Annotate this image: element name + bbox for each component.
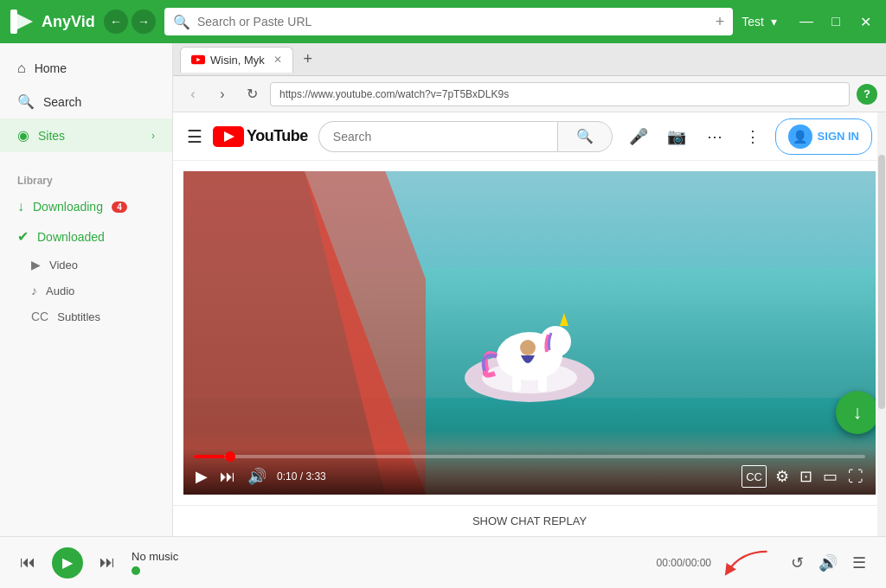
youtube-tab-icon [191,53,205,67]
search-input[interactable] [197,15,709,29]
yt-sign-in-button[interactable]: 👤 SIGN IN [775,118,872,155]
search-icon: 🔍 [17,93,35,110]
player-queue-button[interactable]: ☰ [846,550,872,576]
yt-camera-button[interactable]: 📷 [661,121,692,152]
sidebar-home-label: Home [35,61,67,75]
user-name: Test [742,15,764,29]
download-fab-button[interactable]: ↓ [836,391,876,434]
total-time: 3:33 [305,470,325,483]
show-chat-label: SHOW CHAT REPLAY [472,514,587,527]
player-info: No music [132,550,646,575]
minimize-button[interactable]: — [794,10,819,34]
back-button[interactable]: ← [104,10,128,34]
sidebar-nav: ⌂ Home 🔍 Search ◉ Sites › [0,43,172,161]
progress-fill [194,455,225,458]
progress-bar[interactable] [194,455,865,458]
slide-decoration [183,171,426,495]
downloading-icon: ↓ [17,199,24,214]
next-button[interactable]: ⏭ [218,466,237,488]
player-progress-row [132,566,646,575]
browser-forward-button[interactable]: › [211,83,234,105]
chevron-right-icon: › [151,130,155,142]
yt-logo-icon [213,126,244,147]
url-search-bar[interactable]: 🔍 + [164,8,733,35]
forward-button[interactable]: → [132,10,156,34]
yt-mic-button[interactable]: 🎤 [623,121,654,152]
yt-more-button[interactable]: ⋮ [737,121,768,152]
player-title: No music [132,550,646,563]
audio-icon: ♪ [31,284,37,297]
unicorn-float-icon [452,300,607,404]
svg-marker-10 [560,313,568,326]
yt-header: ☰ YouTube 🔍 🎤 📷 ⋯ ⋮ [173,112,886,161]
sidebar: ⌂ Home 🔍 Search ◉ Sites › Library ↓ Down… [0,43,173,536]
svg-point-9 [540,326,571,357]
app-name: AnyVid [42,13,95,31]
sidebar-item-downloaded[interactable]: ✔ Downloaded [0,221,172,252]
video-controls: ▶ ⏭ 🔊 0:10 / 3:33 CC ⚙ ⊡ ▭ [183,448,876,495]
show-chat-bar[interactable]: SHOW CHAT REPLAY [173,505,886,536]
player-prev-button[interactable]: ⏮ [14,549,42,577]
svg-rect-12 [538,376,547,392]
sidebar-item-audio[interactable]: ♪ Audio [0,278,172,304]
logo-area: AnyVid [9,8,95,35]
browser-area: Wisin, Myk ✕ + ‹ › ↻ ? ☰ Yo [173,43,886,536]
time-display: 0:10 / 3:33 [277,470,326,483]
yt-scrollbar-thumb [878,155,885,409]
fullscreen-button[interactable]: ⛶ [846,465,865,488]
player-right-controls: ↺ 🔊 ☰ [784,550,872,576]
tab-close-button[interactable]: ✕ [273,54,282,66]
sidebar-item-subtitles[interactable]: CC Subtitles [0,304,172,329]
settings-button[interactable]: ⚙ [774,465,791,488]
sidebar-item-sites[interactable]: ◉ Sites › [0,118,172,152]
player-repeat-button[interactable]: ↺ [784,550,810,576]
miniplayer-button[interactable]: ⊡ [798,465,814,488]
cc-button[interactable]: CC [742,465,767,488]
player-volume-button[interactable]: 🔊 [815,550,841,576]
browser-refresh-button[interactable]: ↻ [241,83,263,105]
youtube-page: ☰ YouTube 🔍 🎤 📷 ⋯ ⋮ [173,112,886,536]
play-button[interactable]: ▶ [194,465,209,488]
theater-button[interactable]: ▭ [821,465,839,488]
sidebar-item-downloading[interactable]: ↓ Downloading 4 [0,192,172,221]
player-progress-dot [132,566,140,575]
browser-back-button[interactable]: ‹ [182,83,204,105]
svg-rect-11 [512,376,521,392]
sidebar-search-label: Search [43,95,81,109]
user-area[interactable]: Test ▾ [742,15,777,29]
yt-menu-icon[interactable]: ☰ [187,126,202,147]
arrow-indicator [722,544,774,582]
yt-sign-in-label: SIGN IN [818,130,859,143]
browser-tab[interactable]: Wisin, Myk ✕ [180,47,293,73]
volume-button[interactable]: 🔊 [246,465,268,488]
yt-search-input[interactable] [318,121,557,152]
maximize-button[interactable]: □ [824,10,848,34]
sidebar-item-video[interactable]: ▶ Video [0,252,172,278]
url-bar[interactable] [270,82,850,106]
help-button[interactable]: ? [857,84,877,105]
yt-search-container: 🔍 [318,121,613,152]
title-bar: AnyVid ← → 🔍 + Test ▾ — □ ✕ [0,0,886,43]
sidebar-item-search[interactable]: 🔍 Search [0,85,172,118]
yt-logo[interactable]: YouTube [213,126,308,147]
yt-grid-button[interactable]: ⋯ [699,121,730,152]
home-icon: ⌂ [17,61,26,76]
downloading-label: Downloading [33,200,103,214]
new-tab-button[interactable]: + [297,48,319,71]
player-play-button[interactable]: ▶ [52,547,83,578]
close-button[interactable]: ✕ [853,10,877,34]
search-bar-icon: 🔍 [173,14,190,30]
player-next-button[interactable]: ⏭ [93,549,121,577]
bottom-player: ⏮ ▶ ⏭ No music 00:00/00:00 ↺ 🔊 ☰ [0,536,886,588]
yt-account-icon: 👤 [788,125,812,149]
audio-label: Audio [46,284,74,297]
tab-bar: Wisin, Myk ✕ + [173,43,886,76]
tab-label: Wisin, Myk [210,54,265,67]
video-label: Video [49,259,78,272]
sidebar-item-home[interactable]: ⌂ Home [0,52,172,85]
sidebar-sites-label: Sites [38,129,65,143]
yt-search-button[interactable]: 🔍 [557,121,613,152]
downloaded-label: Downloaded [37,230,105,244]
yt-scrollbar[interactable] [877,112,886,536]
controls-row: ▶ ⏭ 🔊 0:10 / 3:33 CC ⚙ ⊡ ▭ [194,465,865,488]
